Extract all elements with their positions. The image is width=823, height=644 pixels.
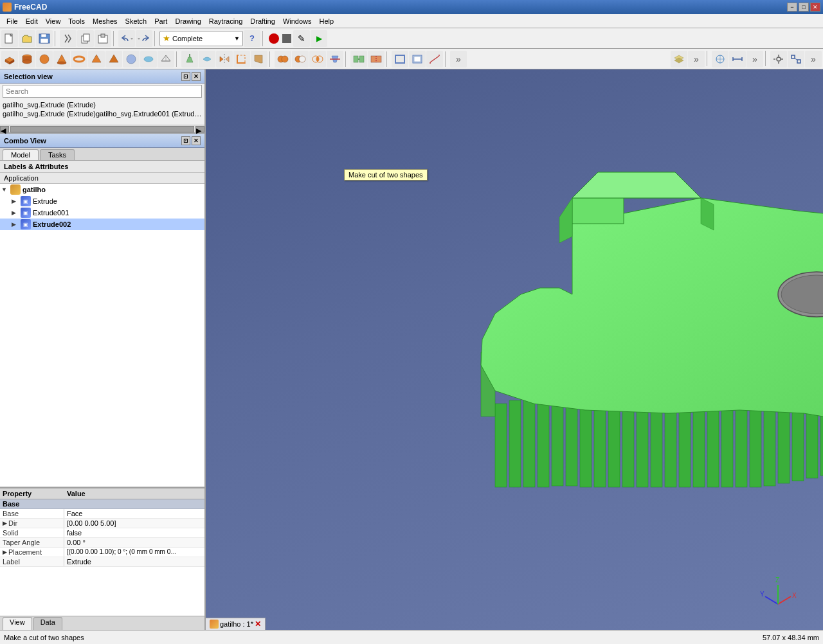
sphere-button[interactable] [36,51,53,67]
new-button[interactable] [1,30,18,47]
workbench-star: ★ [163,33,170,43]
mirror-button[interactable] [216,51,233,67]
selection-view-close[interactable]: ✕ [192,72,201,81]
tree-extrude001[interactable]: ▶ ▣ Extrude001 [0,207,204,219]
cylinder-button[interactable] [19,51,35,67]
maximize-button[interactable]: □ [799,3,809,12]
tree-root[interactable]: ▼ gatilho [0,184,204,195]
viewport[interactable]: Make cut of two shapes [206,69,823,630]
record-button[interactable] [269,33,279,44]
layer-more[interactable]: » [688,51,705,67]
selection-hscroll[interactable]: ◀ ▶ [0,125,204,132]
cut-button[interactable] [60,30,77,47]
tree-extrude-arrow: ▶ [12,198,21,204]
shape-from-mesh-button[interactable] [158,51,174,67]
menu-drafting[interactable]: Drafting [246,16,279,26]
prop-label-value: Extrude [64,557,204,566]
tree-extrude002[interactable]: ▶ ▣ Extrude002 [0,219,204,230]
svg-marker-9 [131,38,133,40]
combo-view-float[interactable]: ⊡ [181,136,190,145]
menu-raytracing[interactable]: Raytracing [205,16,247,26]
boolean-intersection-button[interactable] [309,51,326,67]
boolean-cut-button[interactable] [292,51,309,67]
combo-view-close[interactable]: ✕ [192,136,201,145]
viewport-tab-label[interactable]: gatilho : 1* [220,620,253,628]
undo-button[interactable] [118,30,135,47]
boolean-union-button[interactable] [275,51,291,67]
left-panel: Selection view ⊡ ✕ gatilho_svg.Extrude (… [0,69,206,630]
selection-view: Selection view ⊡ ✕ gatilho_svg.Extrude (… [0,69,204,134]
open-button[interactable] [19,30,35,47]
redo-button[interactable] [136,30,152,47]
svg-text:Y: Y [760,591,764,598]
scroll-thumb[interactable] [10,126,194,132]
torus-button[interactable] [71,51,87,67]
save-button[interactable] [36,30,53,47]
menu-help[interactable]: Help [316,16,338,26]
svg-line-47 [430,56,439,62]
menu-meshes[interactable]: Meshes [89,16,122,26]
fillet-button[interactable] [233,51,250,67]
workbench-selector[interactable]: ★ Complete ▼ [159,31,243,46]
svg-rect-80 [693,409,705,487]
chamfer-button[interactable] [251,51,267,67]
tab-model[interactable]: Model [3,149,39,160]
menu-windows[interactable]: Windows [279,16,316,26]
tab-tasks[interactable]: Tasks [40,149,75,160]
help-button[interactable]: ? [244,30,260,47]
tree-extrude-label: Extrude [33,197,57,205]
selection-item-1[interactable]: gatilho_svg.Extrude (Extrude) [3,100,202,109]
selection-view-float[interactable]: ⊡ [181,72,190,81]
stop-button[interactable] [282,34,291,43]
measure-more[interactable]: » [746,51,763,67]
part-button[interactable] [123,51,140,67]
tree-extrude-icon: ▣ [21,196,31,206]
prism-button[interactable] [88,51,105,67]
menu-file[interactable]: File [3,16,22,26]
separator-1 [55,31,58,46]
view-tab-data[interactable]: Data [33,617,62,630]
menu-edit[interactable]: Edit [22,16,42,26]
tree-extrude[interactable]: ▶ ▣ Extrude [0,195,204,207]
right-more[interactable]: » [805,51,822,67]
view-tab-view[interactable]: View [3,617,32,630]
minimize-button[interactable]: − [787,3,797,12]
measure-linear-button[interactable] [729,51,746,67]
split-button[interactable] [368,51,384,67]
join-connect-button[interactable] [350,51,367,67]
menu-sketch[interactable]: Sketch [122,16,151,26]
box-button[interactable] [1,51,18,67]
measure-button[interactable] [426,51,443,67]
macro-edit-button[interactable]: ✎ [293,30,310,47]
close-button[interactable]: ✕ [810,3,820,12]
viewport-close-button[interactable]: ✕ [255,620,261,629]
scroll-right[interactable]: ▶ [195,126,204,132]
macro-run-button[interactable]: ▶ [311,30,327,47]
extrude-button[interactable] [181,51,198,67]
section-button[interactable] [327,51,343,67]
workbench-dropdown-arrow: ▼ [234,35,240,42]
status-message: Make a cut of two shapes [4,634,84,641]
search-input[interactable] [3,85,202,98]
cone-button[interactable] [53,51,70,67]
menu-drawing[interactable]: Drawing [171,16,204,26]
shell-button[interactable] [392,51,408,67]
scroll-left[interactable]: ◀ [0,126,9,132]
tree-extrude002-icon: ▣ [21,219,31,229]
settings-button[interactable] [770,51,787,67]
copy-button[interactable] [77,30,94,47]
fit-button[interactable] [788,51,804,67]
thickness-button[interactable] [409,51,426,67]
layer-button[interactable] [671,51,687,67]
wedge-button[interactable] [105,51,122,67]
svg-marker-10 [138,38,140,40]
part2d-button[interactable] [140,51,157,67]
menu-part[interactable]: Part [150,16,171,26]
selection-item-2[interactable]: gatilho_svg.Extrude (Extrude)gatilho_svg… [3,109,202,118]
snap-button[interactable] [712,51,728,67]
revolve-button[interactable] [199,51,215,67]
paste-button[interactable] [95,30,111,47]
menu-tools[interactable]: Tools [64,16,89,26]
more-button[interactable]: » [450,51,467,67]
menu-view[interactable]: View [42,16,65,26]
